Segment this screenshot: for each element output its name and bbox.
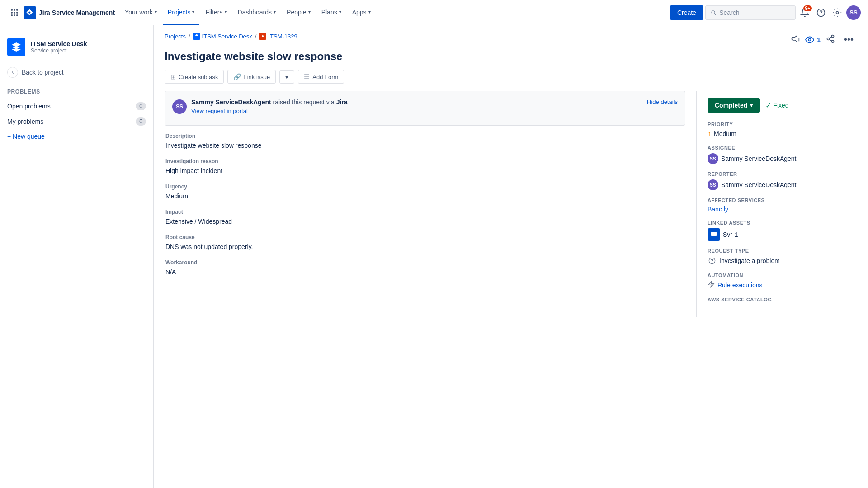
- svg-line-17: [829, 39, 832, 41]
- requestor-section: SS Sammy ServiceDeskAgent raised this re…: [165, 91, 685, 126]
- create-button[interactable]: Create: [670, 5, 703, 20]
- grid-icon[interactable]: [7, 5, 22, 20]
- breadcrumb-issue-key[interactable]: ITSM-1329: [268, 33, 297, 40]
- right-panel: Completed ▾ ✓ Fixed Priority ↑ Medium: [696, 91, 868, 317]
- sidebar: ITSM Service Desk Service project Back t…: [0, 25, 154, 488]
- content-area: SS Sammy ServiceDeskAgent raised this re…: [154, 91, 868, 317]
- subtask-icon: ⊞: [170, 73, 176, 80]
- view-in-portal-link[interactable]: View request in portal: [191, 108, 348, 114]
- requestor-avatar: SS: [172, 99, 187, 114]
- workaround-label: Workaround: [165, 259, 684, 266]
- automation-link[interactable]: Rule executions: [717, 282, 763, 289]
- svg-point-15: [827, 38, 829, 40]
- check-icon: ✓: [765, 101, 771, 110]
- announce-button[interactable]: [791, 35, 800, 44]
- nav-your-work[interactable]: Your work ▾: [120, 0, 161, 25]
- add-form-button[interactable]: ☰ Add Form: [298, 70, 344, 84]
- affected-services-field: Affected services Banc.ly: [708, 197, 857, 213]
- affected-services-link[interactable]: Banc.ly: [708, 206, 728, 213]
- open-problems-count: 0: [136, 102, 146, 110]
- breadcrumb: Projects / ITSM Service Desk / ITSM-1329: [154, 25, 308, 43]
- urgency-label: Urgency: [165, 183, 684, 190]
- affected-services-label: Affected services: [708, 197, 857, 203]
- automation-field: Automation Rule executions: [708, 272, 857, 290]
- nav-dashboards[interactable]: Dashboards ▾: [233, 0, 281, 25]
- notifications-button[interactable]: 9+: [797, 5, 812, 20]
- reporter-field: Reporter SS Sammy ServiceDeskAgent: [708, 171, 857, 190]
- breadcrumb-projects[interactable]: Projects: [165, 33, 186, 40]
- priority-value: ↑ Medium: [708, 130, 857, 138]
- notification-badge: 9+: [803, 5, 812, 11]
- share-button[interactable]: [826, 34, 835, 45]
- chevron-icon: ▾: [225, 9, 227, 14]
- automation-label: Automation: [708, 272, 857, 278]
- request-type-value: Investigate a problem: [708, 256, 857, 265]
- chevron-icon: ▾: [192, 9, 194, 14]
- project-name: ITSM Service Desk: [31, 40, 146, 47]
- settings-button[interactable]: [830, 5, 844, 20]
- assignee-avatar: SS: [708, 153, 718, 164]
- workaround-value: N/A: [165, 268, 684, 276]
- help-button[interactable]: [814, 5, 828, 20]
- breadcrumb-project-name[interactable]: ITSM Service Desk: [202, 33, 252, 40]
- search-box[interactable]: [705, 5, 796, 20]
- create-subtask-button[interactable]: ⊞ Create subtask: [165, 70, 224, 84]
- nav-filters[interactable]: Filters ▾: [201, 0, 231, 25]
- issue-body: SS Sammy ServiceDeskAgent raised this re…: [154, 91, 696, 317]
- svg-rect-19: [711, 232, 717, 236]
- linked-assets-field: LINKED ASSETS Svr-1: [708, 220, 857, 241]
- link-issue-button[interactable]: 🔗 Link issue: [227, 70, 276, 84]
- app-logo[interactable]: Jira Service Management: [24, 6, 115, 19]
- project-breadcrumb-icon: [193, 33, 200, 40]
- dropdown-button[interactable]: ▾: [279, 70, 294, 84]
- investigation-reason-value: High impact incident: [165, 167, 684, 174]
- chevron-icon: ▾: [308, 9, 311, 14]
- svg-rect-8: [16, 14, 18, 16]
- nav-projects[interactable]: Projects ▾: [163, 0, 199, 25]
- svg-point-16: [831, 40, 834, 42]
- issue-title: Investigate website slow response: [165, 50, 857, 63]
- back-icon: [7, 67, 18, 78]
- svg-rect-0: [11, 9, 13, 10]
- new-queue-button[interactable]: + New queue: [0, 129, 153, 144]
- chevron-icon: ▾: [368, 9, 371, 14]
- aws-service-catalog-field: AWS Service Catalog: [708, 297, 857, 302]
- field-root-cause: Root cause DNS was not updated properly.: [165, 234, 685, 250]
- svg-point-14: [831, 35, 834, 38]
- priority-field: Priority ↑ Medium: [708, 122, 857, 138]
- status-row: Completed ▾ ✓ Fixed: [708, 98, 857, 113]
- requestor-name: Sammy ServiceDeskAgent: [191, 99, 271, 106]
- urgency-value: Medium: [165, 192, 684, 200]
- svg-rect-1: [14, 9, 15, 10]
- chevron-icon: ▾: [155, 9, 157, 14]
- sidebar-item-my-problems[interactable]: My problems 0: [0, 114, 153, 129]
- sidebar-item-open-problems[interactable]: Open problems 0: [0, 99, 153, 114]
- user-avatar[interactable]: SS: [846, 5, 861, 20]
- nav-plans[interactable]: Plans ▾: [317, 0, 346, 25]
- chevron-icon: ▾: [274, 9, 276, 14]
- reporter-label: Reporter: [708, 171, 857, 177]
- request-type-field: Request Type Investigate a problem: [708, 248, 857, 265]
- hide-details-button[interactable]: Hide details: [647, 99, 678, 105]
- nav-apps[interactable]: Apps ▾: [348, 0, 375, 25]
- project-info: ITSM Service Desk Service project: [31, 40, 146, 54]
- issue-toolbar: ⊞ Create subtask 🔗 Link issue ▾ ☰ Add Fo…: [154, 68, 868, 91]
- back-to-project-button[interactable]: Back to project: [0, 63, 153, 81]
- completed-status-button[interactable]: Completed ▾: [708, 98, 760, 113]
- watchers-count: 1: [817, 36, 821, 43]
- svg-point-12: [262, 35, 264, 37]
- svg-point-13: [809, 38, 811, 41]
- main-content: Projects / ITSM Service Desk / ITSM-1329: [154, 25, 868, 488]
- svg-point-11: [836, 11, 839, 14]
- nav-people[interactable]: People ▾: [282, 0, 315, 25]
- reporter-avatar: SS: [708, 179, 718, 190]
- problems-section-title: Problems: [0, 81, 153, 99]
- form-icon: ☰: [304, 73, 310, 80]
- project-type: Service project: [31, 47, 146, 54]
- more-actions-button[interactable]: •••: [840, 33, 857, 47]
- aws-label: AWS Service Catalog: [708, 297, 857, 302]
- svg-marker-22: [708, 281, 714, 287]
- svg-rect-6: [11, 14, 13, 16]
- search-input[interactable]: [719, 9, 791, 16]
- app-name: Jira Service Management: [39, 9, 115, 16]
